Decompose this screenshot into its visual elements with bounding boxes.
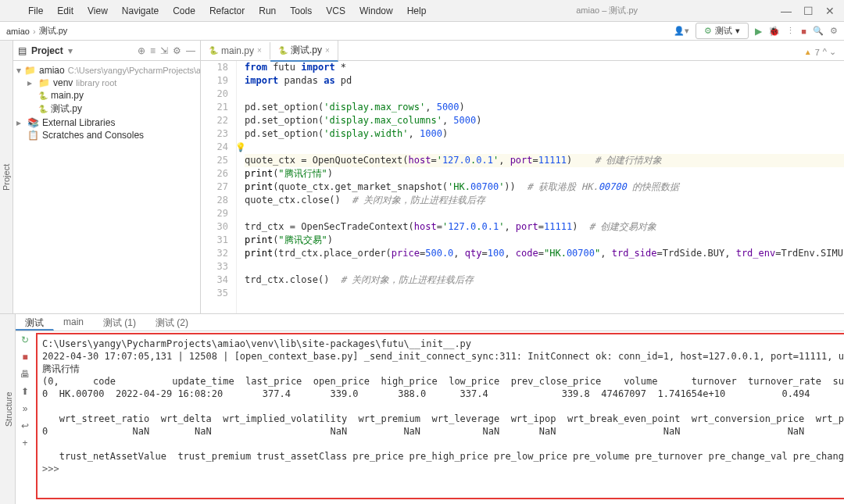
settings-icon[interactable]: ⚙ bbox=[830, 26, 838, 36]
run-config-label: 测试 bbox=[715, 25, 732, 37]
close-icon[interactable]: ✕ bbox=[825, 6, 835, 16]
run-config-selector[interactable]: ⚙ 测试 ▾ bbox=[696, 23, 749, 39]
editor-tab[interactable]: 🐍测试.py× bbox=[270, 41, 338, 62]
more-run-icon[interactable]: ⋮ bbox=[786, 26, 795, 36]
menu-view[interactable]: View bbox=[81, 2, 114, 20]
window-title: amiao – 测试.py bbox=[432, 5, 781, 16]
breadcrumb-sep: › bbox=[33, 27, 36, 36]
step-icon[interactable]: » bbox=[19, 403, 31, 416]
warning-icon[interactable]: ▲ bbox=[804, 48, 812, 56]
target-icon[interactable]: ⊕ bbox=[138, 45, 145, 56]
wrap-icon[interactable]: ↩ bbox=[19, 420, 31, 433]
tree-item[interactable]: 🐍main.py bbox=[13, 89, 200, 102]
breadcrumb-root[interactable]: amiao bbox=[6, 27, 30, 36]
tree-item[interactable]: 📋Scratches and Consoles bbox=[13, 129, 200, 141]
menu-file[interactable]: File bbox=[22, 2, 49, 20]
trash-icon[interactable]: + bbox=[19, 438, 31, 450]
close-tab-icon[interactable]: × bbox=[257, 46, 262, 55]
play-icon[interactable]: ▶ bbox=[755, 26, 762, 37]
code-area[interactable]: from futu import *import pandas as pdpd.… bbox=[237, 61, 844, 313]
left-tool-strip: Project bbox=[0, 41, 13, 313]
breadcrumb-file[interactable]: 测试.py bbox=[39, 25, 68, 37]
maximize-icon[interactable]: ☐ bbox=[803, 6, 813, 16]
menu-vcs[interactable]: VCS bbox=[320, 2, 352, 20]
run-console[interactable]: C:\Users\yangy\PycharmProjects\amiao\ven… bbox=[36, 333, 844, 499]
search-icon[interactable]: 🔍 bbox=[813, 26, 824, 36]
stop-icon[interactable]: ■ bbox=[801, 27, 806, 36]
structure-tab[interactable]: Structure bbox=[2, 314, 15, 504]
close-tab-icon[interactable]: × bbox=[325, 46, 330, 55]
line-gutter: 181920212223242526272829303132333435 bbox=[201, 61, 237, 313]
hide-icon[interactable]: — bbox=[186, 45, 195, 56]
warning-count: 7 bbox=[815, 48, 820, 57]
minimize-icon[interactable]: — bbox=[781, 6, 791, 16]
chevron-down-icon[interactable]: ▾ bbox=[68, 45, 73, 56]
editor-tabs: 🐍main.py×🐍测试.py× bbox=[201, 41, 844, 61]
run-tab[interactable]: main bbox=[54, 314, 94, 331]
users-icon[interactable]: 👤▾ bbox=[674, 26, 689, 36]
project-tab[interactable]: Project bbox=[0, 41, 13, 313]
menu-edit[interactable]: Edit bbox=[51, 2, 80, 20]
run-icon: ⚙ bbox=[704, 26, 712, 36]
menu-refactor[interactable]: Refactor bbox=[203, 2, 251, 20]
up-icon[interactable]: ⬆ bbox=[19, 386, 31, 399]
menu-bar: FileEditViewNavigateCodeRefactorRunTools… bbox=[0, 2, 432, 20]
project-panel-icon: ▤ bbox=[18, 45, 27, 56]
menu-window[interactable]: Window bbox=[353, 2, 399, 20]
run-tab[interactable]: 测试 (1) bbox=[94, 314, 146, 331]
run-toolbar: ↻ ■ 🖶 ⬆ » ↩ + bbox=[16, 331, 34, 504]
run-tabs: 测试main测试 (1)测试 (2) ⚙ — bbox=[16, 314, 844, 331]
menu-code[interactable]: Code bbox=[166, 2, 202, 20]
menu-run[interactable]: Run bbox=[252, 2, 282, 20]
menu-tools[interactable]: Tools bbox=[284, 2, 318, 20]
gear-icon[interactable]: ⚙ bbox=[173, 45, 181, 56]
menu-navigate[interactable]: Navigate bbox=[116, 2, 165, 20]
tree-item[interactable]: 🐍测试.py bbox=[13, 102, 200, 116]
editor-tab[interactable]: 🐍main.py× bbox=[201, 42, 270, 59]
chevron-down-icon: ▾ bbox=[735, 26, 740, 36]
project-panel: ▤ Project ▾ ⊕ ≡ ⇲ ⚙ — ▾📁amiao C:\Users\y… bbox=[13, 41, 201, 313]
bookmarks-tab[interactable]: Bookmarks bbox=[0, 314, 2, 504]
stop-run-icon[interactable]: ■ bbox=[19, 352, 31, 364]
run-tab[interactable]: 测试 bbox=[16, 314, 54, 331]
project-tree: ▾📁amiao C:\Users\yangy\PycharmProjects\a… bbox=[13, 61, 200, 145]
run-tab[interactable]: 测试 (2) bbox=[146, 314, 198, 331]
left-tool-strip-lower: Structure Bookmarks bbox=[0, 314, 16, 504]
debug-icon[interactable]: 🐞 bbox=[768, 26, 780, 37]
inspection-chevron[interactable]: ^ ⌄ bbox=[823, 47, 836, 57]
tree-item[interactable]: ▸📚External Libraries bbox=[13, 116, 200, 129]
expand-icon[interactable]: ⇲ bbox=[160, 45, 168, 56]
menu-help[interactable]: Help bbox=[401, 2, 433, 20]
rerun-icon[interactable]: ↻ bbox=[19, 334, 31, 347]
project-panel-title: Project bbox=[31, 45, 63, 56]
print-icon[interactable]: 🖶 bbox=[19, 369, 31, 381]
tree-item[interactable]: ▸📁venv library root bbox=[13, 77, 200, 89]
tree-item[interactable]: ▾📁amiao C:\Users\yangy\PycharmProjects\a… bbox=[13, 64, 200, 77]
collapse-icon[interactable]: ≡ bbox=[150, 45, 156, 56]
